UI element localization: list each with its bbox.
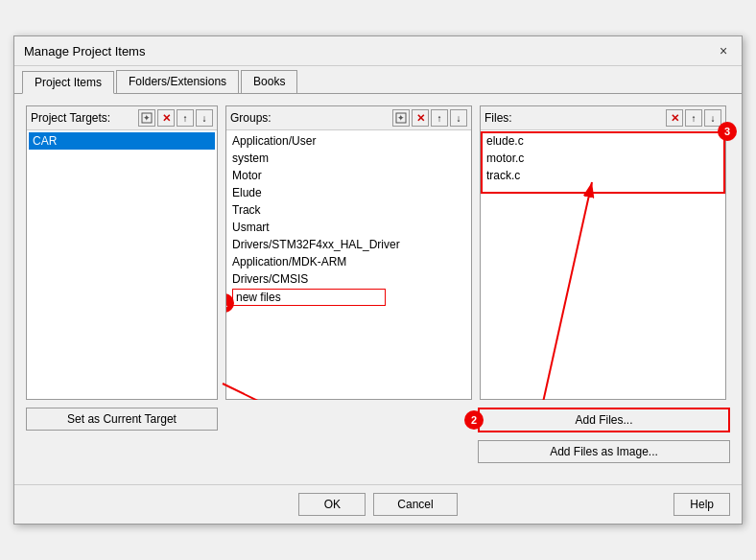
add-files-button[interactable]: Add Files... — [478, 408, 730, 432]
targets-header: Project Targets: ✦ ✕ ↑ ↓ — [27, 106, 217, 130]
set-target-button[interactable]: Set as Current Target — [26, 408, 218, 431]
list-item[interactable]: Usmart — [228, 219, 469, 236]
svg-text:✦: ✦ — [143, 113, 151, 123]
groups-header: Groups: ✦ ✕ ↑ ↓ — [226, 106, 471, 130]
title-bar: Manage Project Items × — [14, 36, 742, 66]
targets-column: Project Targets: ✦ ✕ ↑ ↓ CAR — [26, 105, 218, 400]
files-header: Files: ✕ ↑ ↓ — [481, 106, 725, 130]
targets-up-btn[interactable]: ↑ — [177, 109, 194, 127]
tab-project-items[interactable]: Project Items — [22, 71, 114, 94]
files-label: Files: — [484, 111, 664, 125]
targets-delete-btn[interactable]: ✕ — [157, 109, 175, 127]
groups-new-item-input-row[interactable]: 1 — [228, 288, 469, 307]
tab-books[interactable]: Books — [241, 70, 297, 93]
files-delete-btn[interactable]: ✕ — [666, 109, 683, 127]
list-item[interactable]: Track — [228, 201, 469, 219]
targets-label: Project Targets: — [31, 111, 136, 125]
list-item[interactable]: Motor — [228, 167, 469, 184]
list-item[interactable]: system — [228, 150, 469, 167]
files-up-btn[interactable]: ↑ — [685, 109, 702, 127]
groups-delete-btn[interactable]: ✕ — [412, 109, 429, 127]
cancel-button[interactable]: Cancel — [373, 493, 457, 516]
list-item[interactable]: track.c — [483, 167, 723, 184]
groups-new-item-input[interactable] — [232, 289, 386, 306]
list-item[interactable]: Application/MDK-ARM — [228, 253, 469, 270]
add-files-wrapper: Add Files... 2 Add Files as Image... — [478, 408, 730, 467]
add-files-as-image-button[interactable]: Add Files as Image... — [478, 440, 730, 463]
groups-up-btn[interactable]: ↑ — [431, 109, 448, 127]
ok-button[interactable]: OK — [298, 493, 366, 516]
targets-new-btn[interactable]: ✦ — [138, 109, 155, 127]
dialog-title: Manage Project Items — [24, 44, 145, 58]
targets-list[interactable]: CAR — [27, 130, 217, 399]
annotation-2: 2 — [464, 410, 484, 430]
list-item[interactable]: elude.c — [483, 132, 723, 150]
files-column: Files: ✕ ↑ ↓ 3 elude.c — [480, 105, 726, 400]
files-down-btn[interactable]: ↓ — [704, 109, 721, 127]
list-item[interactable]: Application/User — [228, 132, 469, 150]
footer-right: Help — [653, 493, 730, 516]
add-files-btn-row: Add Files... 2 — [478, 408, 730, 436]
help-button[interactable]: Help — [673, 493, 730, 516]
list-item[interactable]: Drivers/STM32F4xx_HAL_Driver — [228, 236, 469, 253]
groups-list[interactable]: Application/User system Motor Elude Trac… — [226, 130, 471, 399]
groups-down-btn[interactable]: ↓ — [450, 109, 467, 127]
groups-label: Groups: — [230, 111, 390, 125]
tab-bar: Project Items Folders/Extensions Books — [14, 66, 742, 94]
groups-column: Groups: ✦ ✕ ↑ ↓ Application/User — [225, 105, 472, 400]
manage-project-dialog: Manage Project Items × Project Items Fol… — [13, 35, 743, 525]
svg-text:✦: ✦ — [397, 113, 405, 123]
list-item[interactable]: motor.c — [483, 150, 723, 167]
tab-folders-extensions[interactable]: Folders/Extensions — [116, 70, 239, 93]
list-item[interactable]: CAR — [29, 132, 215, 150]
list-item[interactable]: Elude — [228, 184, 469, 201]
close-button[interactable]: × — [715, 42, 732, 59]
list-item[interactable]: Drivers/CMSIS — [228, 270, 469, 288]
dialog-body: Project Targets: ✦ ✕ ↑ ↓ CAR — [14, 94, 742, 484]
dialog-footer: OK Cancel Help — [14, 484, 742, 524]
set-target-wrapper: Set as Current Target — [26, 408, 218, 431]
footer-buttons: OK Cancel — [298, 493, 457, 516]
files-list[interactable]: elude.c motor.c track.c — [481, 130, 725, 399]
targets-down-btn[interactable]: ↓ — [196, 109, 213, 127]
groups-new-btn[interactable]: ✦ — [392, 109, 410, 127]
